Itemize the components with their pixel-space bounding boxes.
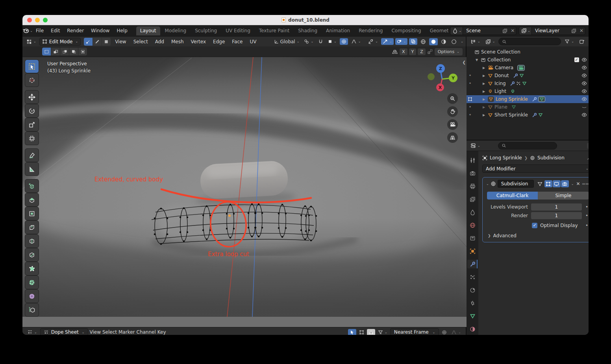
modifier-badge-icon[interactable] [510,81,515,86]
tab-rendering[interactable]: Rendering [355,26,387,35]
mirror-x-toggle[interactable]: X [400,48,407,55]
menu-window[interactable]: Window [88,27,113,35]
knife-tool[interactable] [25,248,39,261]
tab-material[interactable] [467,325,478,333]
disclosure-triangle[interactable]: ▶ [481,105,486,109]
options-dropdown[interactable]: Options⌄ [435,48,463,55]
tab-object-data[interactable] [467,312,478,320]
disclosure-triangle[interactable]: ▶ [481,98,486,101]
tab-texture-paint[interactable]: Texture Paint [255,26,293,35]
pivot-point-dropdown[interactable]: ⌄ [302,38,315,45]
tab-tool[interactable] [467,156,478,164]
disclosure-triangle[interactable]: ▼ [474,58,479,62]
dope-menu-key[interactable]: Key [157,329,166,335]
tab-object[interactable] [467,247,478,255]
render-display-toggle[interactable] [561,180,569,187]
outliner-row-scene-collection[interactable]: Scene Collection [467,48,589,56]
smooth-tool[interactable] [25,290,39,303]
snap-toggle[interactable] [317,38,325,45]
hide-viewport-icon[interactable] [581,57,587,63]
outliner-filter-dropdown[interactable]: ⌄ [563,38,576,45]
gizmo-toggle-dropdown[interactable]: ⌄ [381,38,394,45]
dopesheet-editor-type-button[interactable]: ⌄ [26,329,39,335]
breadcrumb-modifier[interactable]: Subdivision [537,155,565,161]
new-collection-button[interactable] [578,38,586,45]
scene-selector[interactable]: ⌄ Scene ✕ [450,27,517,35]
realtime-display-toggle[interactable] [553,180,561,187]
outliner-row-light[interactable]: ▶ Light [467,87,589,95]
select-invert-option[interactable] [69,48,78,55]
dope-menu-channel[interactable]: Channel [137,329,156,335]
move-tool[interactable] [25,91,39,103]
mesh-data-badge-icon[interactable] [538,113,543,117]
add-cube-tool[interactable] [25,179,39,192]
shading-solid-button[interactable] [429,38,438,45]
light-data-badge-icon[interactable] [510,89,515,94]
animate-dot[interactable]: • [585,204,589,210]
proportional-edit-keyframes-toggle[interactable] [440,329,448,335]
tab-output[interactable] [467,182,478,190]
tab-geometry-nodes[interactable]: Geometry Nodes [426,26,449,35]
mesh-data-badge-icon[interactable] [519,73,524,78]
mirror-z-toggle[interactable]: Z [418,48,426,55]
viewport-3d[interactable]: Extended, curved body Extra loop cut Use… [22,57,467,327]
outliner-display-mode[interactable]: ⌄ [469,38,482,45]
add-modifier-button[interactable]: Add Modifier⌄ [482,164,589,173]
show-hidden-toggle[interactable] [357,329,366,335]
xray-toggle[interactable] [409,38,417,45]
properties-editor-type-button[interactable]: ⌄ [469,142,482,149]
mode-selector[interactable]: Edit Mode ⌄ [39,38,81,46]
tab-render[interactable] [467,169,478,177]
catmull-clark-button[interactable]: Catmull-Clark [487,192,538,200]
transform-orientation-dropdown[interactable]: Global⌄ [272,38,301,45]
inset-faces-tool[interactable] [25,207,39,220]
tab-sculpting[interactable]: Sculpting [191,26,221,35]
levels-viewport-field[interactable]: 1 [531,203,582,211]
outliner-search-input[interactable] [498,38,561,45]
modifier-name-field[interactable]: Subdivision [498,180,534,188]
tab-shading[interactable]: Shading [294,26,321,35]
outliner-filter-id-type[interactable]: ⌄ [484,38,497,45]
axis-negative-ball[interactable] [428,73,435,80]
hide-viewport-icon[interactable] [581,73,587,78]
new-scene-icon[interactable] [501,28,509,33]
outliner-row-donut[interactable]: •▶ Donut [467,72,589,79]
viewlayer-selector[interactable]: ⌄ ViewLayer ✕ [519,27,585,35]
scale-tool[interactable] [25,118,39,131]
modifier-extras-dropdown[interactable]: ⌄ [571,182,574,186]
navigation-gizmo[interactable]: Z Y X [423,62,459,98]
delete-viewlayer-icon[interactable]: ✕ [578,28,585,33]
toggle-perspective-button[interactable] [447,132,458,143]
breadcrumb-object[interactable]: Long Sprinkle [490,155,522,161]
show-gizmo-dropdown[interactable]: ⌄ [367,38,380,45]
menu-help[interactable]: Help [113,27,130,35]
shading-wireframe-button[interactable] [419,38,428,45]
outliner-row-camera[interactable]: ▶ Camera [467,64,589,72]
menu-vertex[interactable]: Vertex [188,38,209,46]
edge-select-button[interactable] [93,38,102,46]
spin-tool[interactable] [25,276,39,289]
pin-icon[interactable] [587,155,589,161]
hide-viewport-icon[interactable] [581,96,587,102]
disclosure-triangle[interactable]: ▶ [481,113,486,117]
select-extend-option[interactable] [51,48,60,55]
dope-menu-marker[interactable]: Marker [118,329,135,335]
menu-edge[interactable]: Edge [210,38,228,46]
extrude-region-tool[interactable] [25,193,39,206]
dope-filter-dropdown[interactable]: ⌄ [376,329,389,335]
region-collapse-arrow[interactable]: ❮ [463,60,466,65]
cursor-tool[interactable] [25,74,39,87]
menu-mesh[interactable]: Mesh [168,38,187,46]
only-selected-toggle[interactable] [348,329,356,335]
menu-face[interactable]: Face [229,38,245,46]
tab-constraints[interactable] [467,299,478,307]
zoom-view-button[interactable] [447,93,458,104]
snap-frame-dropdown[interactable]: Nearest Frame⌄ [390,328,439,335]
snap-settings-icon[interactable] [427,49,433,54]
blender-logo-icon[interactable]: ⌄ [22,28,33,33]
snap-target-dropdown[interactable]: ⌄ [326,39,338,44]
disclosure-triangle[interactable]: ▶ [481,74,486,78]
dope-falloff-dropdown[interactable]: ⌄ [450,329,463,335]
loop-cut-tool[interactable] [25,235,39,248]
edge-slide-tool[interactable] [25,303,39,316]
